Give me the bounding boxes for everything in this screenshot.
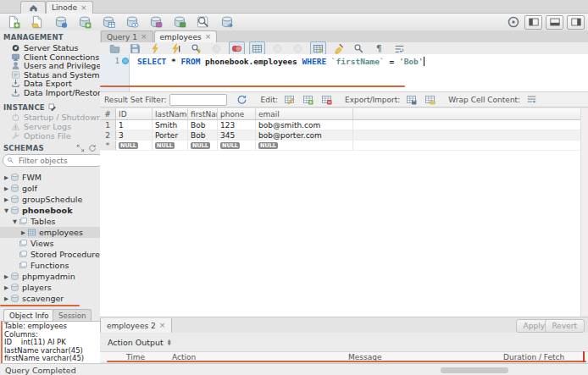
sidebar-item-server-status[interactable]: Server Status xyxy=(0,43,101,52)
sidebar-item-status-and-system-variables[interactable]: Status and System Variables xyxy=(0,70,101,80)
sidebar-item-options-file[interactable]: Options File xyxy=(0,131,101,141)
expander-icon[interactable]: ▼ xyxy=(3,207,10,214)
tree-item-tables[interactable]: ▼Tables xyxy=(0,216,101,227)
create-schema-icon[interactable] xyxy=(77,14,92,30)
grid-row-number[interactable]: 1 xyxy=(100,120,116,130)
refresh-schemas-icon[interactable] xyxy=(88,144,97,152)
expander-icon[interactable]: ▶ xyxy=(3,174,10,181)
toggle-bottom-panel-icon[interactable] xyxy=(546,15,563,30)
grid-cell[interactable]: NULL xyxy=(218,141,256,150)
editor-splitter[interactable] xyxy=(100,85,405,87)
sidebar-item-client-connections[interactable]: Client Connections xyxy=(0,52,101,62)
limit-rows-icon[interactable] xyxy=(249,41,265,55)
tree-item-phpmyadmin[interactable]: ▶phpmyadmin xyxy=(0,271,101,282)
sidebar-item-startup-shutdown[interactable]: Startup / Shutdown xyxy=(0,113,101,122)
sidebar-item-data-import-restore[interactable]: Data Import/Restore xyxy=(0,88,101,97)
search-data-icon[interactable] xyxy=(196,14,211,30)
tree-item-golf[interactable]: ▶golf xyxy=(0,183,101,194)
execute-current-icon[interactable] xyxy=(168,41,184,55)
tree-item-groupschedule[interactable]: ▶groupSchedule xyxy=(0,194,101,205)
create-view-icon[interactable] xyxy=(125,14,140,30)
grid-cell[interactable]: Bob xyxy=(188,130,218,140)
grid-column-header-id[interactable]: ID xyxy=(116,108,153,119)
rollback-icon[interactable] xyxy=(290,41,306,55)
commit-icon[interactable] xyxy=(269,41,286,55)
new-connection-icon[interactable] xyxy=(53,14,69,30)
toggle-right-panel-icon[interactable] xyxy=(567,15,585,30)
grid-column-header-firstname[interactable]: firstName xyxy=(188,108,218,119)
tree-item-views[interactable]: Views xyxy=(0,238,101,249)
output-splitter[interactable] xyxy=(107,361,586,362)
tab-session[interactable]: Session xyxy=(53,309,92,321)
grid-column-header-phone[interactable]: phone xyxy=(218,108,256,119)
expander-icon[interactable]: ▶ xyxy=(3,273,10,280)
grid-row-number[interactable]: 2 xyxy=(100,130,116,140)
grid-cell[interactable]: 1 xyxy=(116,120,153,130)
tab-object-info[interactable]: Object Info xyxy=(3,309,54,321)
explain-icon[interactable] xyxy=(188,41,204,55)
reconnect-icon[interactable] xyxy=(219,14,235,30)
grid-cell[interactable]: 123 xyxy=(218,120,256,130)
expander-icon[interactable]: ▶ xyxy=(3,185,10,192)
grid-cell[interactable]: bob@smith.com xyxy=(256,120,353,130)
stop-icon[interactable] xyxy=(208,41,225,55)
grid-column-header-rownum[interactable]: # xyxy=(100,108,116,119)
export-result-icon[interactable] xyxy=(403,93,419,107)
grid-cell[interactable]: Porter xyxy=(153,130,188,140)
expander-icon[interactable]: ▶ xyxy=(3,196,10,203)
tree-item-scavenger[interactable]: ▶scavenger xyxy=(0,293,101,304)
grid-cell[interactable]: Bob xyxy=(188,120,218,130)
wrap-cell-icon[interactable] xyxy=(524,93,540,107)
query-tab-query-1[interactable]: Query 1× xyxy=(101,30,153,42)
stop-on-error-icon[interactable] xyxy=(229,41,245,55)
sidebar-item-server-logs[interactable]: Server Logs xyxy=(0,122,101,131)
grid-cell[interactable]: NULL xyxy=(256,141,353,150)
tree-item-stored-procedures[interactable]: Stored Procedures xyxy=(0,249,101,260)
action-output-select[interactable]: Action Output ▲▼ xyxy=(104,337,175,348)
open-script-icon[interactable] xyxy=(107,41,123,55)
expander-icon[interactable]: ▶ xyxy=(19,229,27,236)
grid-cell[interactable]: NULL xyxy=(153,141,188,150)
expander-icon[interactable]: ▶ xyxy=(3,295,10,302)
expander-icon[interactable]: ▶ xyxy=(3,284,10,291)
create-function-icon[interactable] xyxy=(172,14,187,30)
edit-grid-icon[interactable] xyxy=(281,93,297,107)
grid-cell[interactable]: Smith xyxy=(153,120,188,130)
beautify-icon[interactable] xyxy=(330,41,347,55)
tree-item-players[interactable]: ▶players xyxy=(0,282,101,293)
new-query-tab-icon[interactable] xyxy=(6,14,21,30)
open-sql-script-icon[interactable] xyxy=(30,14,45,30)
query-tab-employees[interactable]: employees× xyxy=(154,30,218,42)
result-tab-employees-2[interactable]: employees 2 × xyxy=(100,318,172,334)
grid-column-header-lastname[interactable]: lastName xyxy=(153,108,188,119)
save-script-icon[interactable] xyxy=(127,41,143,55)
sidebar-item-data-export[interactable]: Data Export xyxy=(0,79,101,88)
invisibles-icon[interactable]: ¶ xyxy=(371,41,387,55)
close-icon[interactable]: × xyxy=(80,4,87,12)
create-table-icon[interactable] xyxy=(101,14,116,30)
tree-item-phonebook[interactable]: ▼phonebook xyxy=(0,205,101,216)
close-icon[interactable]: × xyxy=(141,33,147,41)
expander-icon[interactable]: ▼ xyxy=(11,218,19,225)
status-scrollbar-thumb[interactable] xyxy=(441,367,508,373)
expand-panel-icon[interactable] xyxy=(76,144,85,152)
connection-tab-linode[interactable]: Linode × xyxy=(46,1,93,14)
instance-config-icon[interactable] xyxy=(48,103,57,112)
grid-cell[interactable]: NULL xyxy=(116,141,153,150)
autocommit-icon[interactable] xyxy=(310,41,326,55)
revert-button[interactable]: Revert xyxy=(545,319,585,333)
grid-cell[interactable]: NULL xyxy=(188,141,218,150)
tree-item-functions[interactable]: Functions xyxy=(0,260,101,271)
grid-column-header-email[interactable]: email xyxy=(256,108,353,119)
schema-filter-input[interactable] xyxy=(17,156,88,166)
wrap-text-icon[interactable] xyxy=(391,41,408,55)
delete-row-icon[interactable] xyxy=(319,93,335,107)
result-filter-input[interactable] xyxy=(169,94,227,106)
sql-text[interactable]: SELECT * FROM phonebook.employees WHERE … xyxy=(137,57,424,66)
tree-item-employees[interactable]: ▶employees xyxy=(0,227,101,238)
sidebar-splitter[interactable] xyxy=(0,305,80,306)
grid-cell[interactable]: 345 xyxy=(218,130,256,140)
close-icon[interactable]: × xyxy=(159,322,166,329)
find-icon[interactable] xyxy=(351,41,367,55)
grid-cell[interactable]: 3 xyxy=(116,130,153,140)
